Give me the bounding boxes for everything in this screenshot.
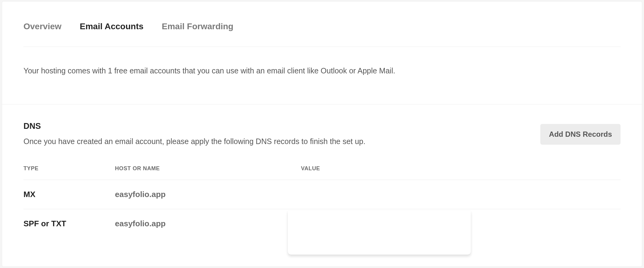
dns-section: DNS Once you have created an email accou… (2, 104, 642, 238)
dns-row-type: SPF or TXT (23, 219, 115, 228)
tabs: Overview Email Accounts Email Forwarding (2, 2, 642, 47)
col-type: TYPE (23, 165, 115, 172)
dns-table: TYPE HOST OR NAME VALUE MX easyfolio.app… (23, 165, 621, 238)
dns-subtitle: Once you have created an email account, … (23, 136, 365, 147)
tab-overview[interactable]: Overview (23, 22, 62, 31)
col-host: HOST OR NAME (115, 165, 301, 172)
intro-text: Your hosting comes with 1 free email acc… (2, 47, 642, 104)
tab-email-forwarding[interactable]: Email Forwarding (162, 22, 234, 31)
dns-row-host: easyfolio.app (115, 190, 301, 199)
dns-header: DNS Once you have created an email accou… (23, 122, 621, 147)
col-value: VALUE (301, 165, 621, 172)
dns-title: DNS (23, 122, 365, 131)
tab-email-accounts[interactable]: Email Accounts (80, 22, 144, 31)
dns-row: MX easyfolio.app (23, 180, 621, 209)
dns-row-host: easyfolio.app (115, 219, 301, 228)
dns-row-type: MX (23, 190, 115, 199)
dns-row: SPF or TXT easyfolio.app (23, 209, 621, 238)
add-dns-records-button[interactable]: Add DNS Records (540, 124, 621, 145)
main-card: Overview Email Accounts Email Forwarding… (2, 1, 642, 267)
dns-header-left: DNS Once you have created an email accou… (23, 122, 365, 147)
dns-table-header: TYPE HOST OR NAME VALUE (23, 165, 621, 180)
